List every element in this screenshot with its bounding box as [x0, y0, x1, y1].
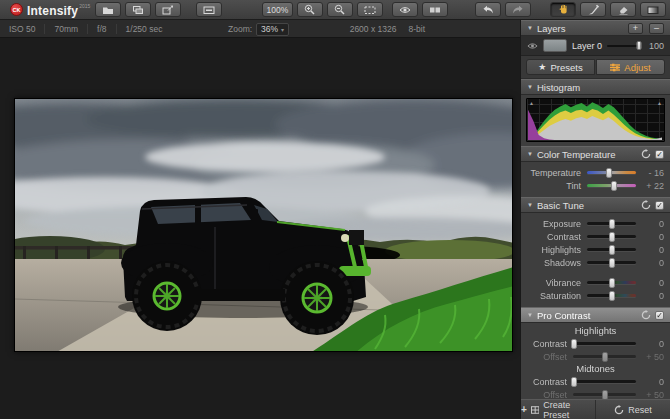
tint-thumb[interactable] — [611, 181, 617, 191]
zoom-label: Zoom: — [228, 24, 252, 34]
contrast-value: 0 — [636, 232, 664, 242]
pc-midtones-offset-thumb[interactable] — [602, 390, 608, 400]
export-icon — [162, 5, 174, 15]
saturation-slider[interactable] — [587, 294, 636, 297]
temperature-slider-row: Temperature - 16 — [521, 166, 670, 179]
main-toolbar: CK Intensify2015 100% — [0, 0, 670, 20]
brush-tool-button[interactable] — [580, 2, 606, 17]
create-preset-button[interactable]: + Create Preset — [521, 400, 595, 419]
undo-button[interactable] — [475, 2, 501, 17]
duplicate-button[interactable] — [125, 2, 151, 17]
saturation-thumb[interactable] — [609, 291, 615, 301]
layer-row[interactable]: Layer 0 100 — [521, 36, 670, 56]
pro-contrast-panel-header[interactable]: ▼ Pro Contrast ✓ — [521, 307, 670, 323]
layer-opacity-thumb[interactable] — [637, 41, 642, 50]
tint-slider[interactable] — [587, 184, 636, 187]
exposure-slider[interactable] — [587, 222, 636, 225]
contrast-slider[interactable] — [587, 235, 636, 238]
app-title: Intensify — [27, 4, 78, 18]
collapse-triangle-icon: ▼ — [527, 25, 533, 31]
export-button[interactable] — [155, 2, 181, 17]
aperture-value: f/8 — [88, 24, 116, 34]
image-info: 2600 x 1326 8-bit — [350, 20, 425, 38]
zoom-level-dropdown[interactable]: 36% ▾ — [256, 23, 289, 36]
tint-value: + 22 — [636, 181, 664, 191]
panel-enabled-checkbox[interactable]: ✓ — [655, 311, 664, 320]
pc-midtones-contrast-thumb[interactable] — [571, 377, 577, 387]
pc-offset-label: Offset — [527, 390, 573, 400]
pc-highlights-heading: Highlights — [521, 325, 670, 337]
temperature-slider[interactable] — [587, 171, 636, 174]
histogram-area-chart — [528, 98, 662, 140]
reset-button[interactable]: Reset — [595, 400, 670, 419]
vibrance-thumb[interactable] — [609, 278, 615, 288]
collapse-triangle-icon: ▼ — [527, 84, 533, 90]
basic-tune-panel-header[interactable]: ▼ Basic Tune ✓ — [521, 197, 670, 213]
layers-panel-header[interactable]: ▼ Layers + – — [521, 20, 670, 36]
star-icon: ★ — [538, 62, 546, 72]
pc-highlights-offset-slider[interactable] — [573, 355, 636, 358]
zoom-100-label: 100% — [266, 5, 288, 15]
gradient-mask-tool-button[interactable] — [640, 2, 666, 17]
preview-toggle-button[interactable] — [392, 2, 418, 17]
compare-icon — [429, 5, 441, 15]
tab-adjust[interactable]: Adjust — [596, 59, 665, 75]
compare-view-button[interactable] — [422, 2, 448, 17]
exposure-thumb[interactable] — [609, 219, 615, 229]
contrast-thumb[interactable] — [609, 232, 615, 242]
pc-highlights-offset-thumb[interactable] — [602, 352, 608, 362]
collapse-triangle-icon: ▼ — [527, 151, 533, 157]
highlights-slider-row: Highlights 0 — [521, 243, 670, 256]
eraser-tool-button[interactable] — [610, 2, 636, 17]
shadows-value: 0 — [636, 258, 664, 268]
shadows-slider[interactable] — [587, 261, 636, 264]
pc-contrast-label: Contrast — [527, 377, 573, 387]
hand-tool-button[interactable] — [550, 2, 576, 17]
chevron-down-icon: ▾ — [281, 26, 284, 33]
panel-enabled-checkbox[interactable]: ✓ — [655, 150, 664, 159]
color-temperature-panel-header[interactable]: ▼ Color Temperature ✓ — [521, 146, 670, 162]
eraser-icon — [617, 5, 629, 15]
open-file-button[interactable] — [95, 2, 121, 17]
layer-visibility-eye-icon[interactable] — [527, 42, 538, 50]
toggle-panel-button[interactable] — [196, 2, 222, 17]
photo-canvas[interactable] — [14, 98, 513, 352]
image-size-value: 2600 x 1326 — [350, 24, 397, 34]
saturation-label: Saturation — [527, 291, 587, 301]
create-preset-label: Create Preset — [543, 400, 595, 419]
basic-tune-panel-title: Basic Tune — [537, 200, 584, 211]
vibrance-slider[interactable] — [587, 281, 636, 284]
sidebar-tabs: ★ Presets Adjust — [521, 56, 670, 79]
zoom-in-icon — [304, 4, 315, 15]
reset-label: Reset — [628, 405, 652, 415]
histogram-panel-header[interactable]: ▼ Histogram — [521, 79, 670, 95]
panel-reset-icon[interactable] — [641, 149, 651, 159]
pc-highlights-contrast-slider[interactable] — [573, 342, 636, 345]
color-temperature-panel-title: Color Temperature — [537, 149, 616, 160]
layer-opacity-slider[interactable] — [607, 45, 641, 47]
shadows-label: Shadows — [527, 258, 587, 268]
highlights-slider[interactable] — [587, 248, 636, 251]
histogram-chart: ▲ ▲ — [526, 98, 665, 142]
remove-layer-button[interactable]: – — [649, 23, 664, 34]
panel-reset-icon[interactable] — [641, 310, 651, 320]
pc-highlights-contrast-thumb[interactable] — [571, 339, 577, 349]
highlights-thumb[interactable] — [609, 245, 615, 255]
exif-info: ISO 50 70mm f/8 1/250 sec — [0, 24, 171, 34]
temperature-thumb[interactable] — [606, 168, 612, 178]
fit-screen-button[interactable] — [357, 2, 383, 17]
pc-midtones-offset-slider[interactable] — [573, 393, 636, 396]
panel-reset-icon[interactable] — [641, 200, 651, 210]
zoom-out-button[interactable] — [327, 2, 353, 17]
panel-enabled-checkbox[interactable]: ✓ — [655, 201, 664, 210]
pc-midtones-contrast-slider[interactable] — [573, 380, 636, 383]
zoom-100-button[interactable]: 100% — [262, 2, 293, 17]
add-layer-button[interactable]: + — [628, 23, 643, 34]
zoom-in-button[interactable] — [297, 2, 323, 17]
tab-presets[interactable]: ★ Presets — [526, 59, 595, 75]
redo-icon — [512, 5, 524, 14]
shadows-thumb[interactable] — [609, 258, 615, 268]
panel-icon — [203, 5, 215, 15]
redo-button[interactable] — [505, 2, 531, 17]
preset-grid-icon — [531, 406, 539, 414]
